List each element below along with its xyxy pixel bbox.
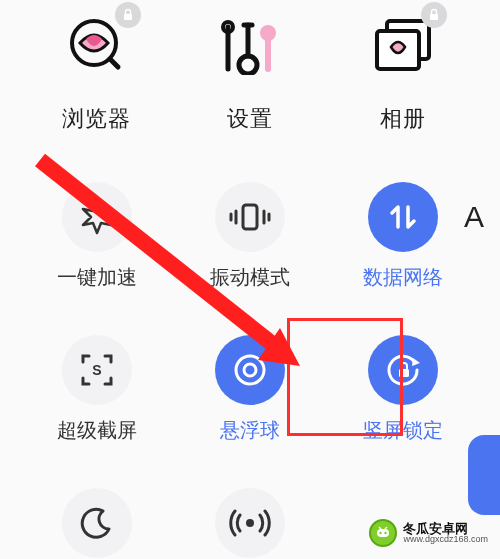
boost-icon [62,182,132,252]
qs-label: 悬浮球 [220,417,280,444]
app-label: 浏览器 [62,104,131,134]
svg-line-25 [385,527,387,529]
watermark: 冬瓜安卓网 www.dgxcdz168.com [369,519,488,547]
svg-rect-11 [430,14,438,20]
mobile-data-icon [368,182,438,252]
svg-marker-16 [412,358,420,366]
app-label: 设置 [227,104,273,134]
watermark-logo-icon [369,519,397,547]
quick-settings-panel: 一键加速 振动模式 数据网络 S 超级截屏 悬浮球 [0,182,500,558]
qs-label: 一键加速 [57,264,137,291]
qs-label: 竖屏锁定 [363,417,443,444]
svg-text:S: S [92,362,101,378]
svg-point-22 [380,532,382,534]
qs-label: 超级截屏 [57,417,137,444]
app-label: 相册 [380,104,426,134]
hotspot-icon [215,488,285,558]
gallery-icon [367,10,439,82]
svg-point-14 [236,356,264,384]
float-ball-icon [215,335,285,405]
rotation-lock-icon [368,335,438,405]
app-browser[interactable]: 浏览器 [27,10,167,134]
lock-badge-icon [115,2,141,28]
svg-rect-1 [124,14,132,20]
qs-hotspot[interactable] [180,488,320,558]
svg-rect-21 [377,529,389,537]
svg-rect-17 [399,369,409,377]
screenshot-icon: S [62,335,132,405]
side-handle[interactable] [468,435,500,515]
app-settings[interactable]: 设置 [180,10,320,134]
moon-icon [62,488,132,558]
vibrate-icon [215,182,285,252]
svg-point-18 [246,519,254,527]
svg-rect-12 [243,205,257,229]
app-gallery[interactable]: 相册 [333,10,473,134]
qs-mobile-data[interactable]: 数据网络 [333,182,473,291]
svg-line-24 [379,527,381,529]
settings-icon [214,10,286,82]
lock-badge-icon [421,2,447,28]
qs-boost[interactable]: 一键加速 [27,182,167,291]
app-row: 浏览器 设置 相册 [0,10,500,134]
alpha-index-letter[interactable]: A [464,200,484,234]
qs-float-ball[interactable]: 悬浮球 [180,335,320,444]
qs-row: S 超级截屏 悬浮球 竖屏锁定 [0,335,500,444]
qs-label: 振动模式 [210,264,290,291]
qs-vibrate[interactable]: 振动模式 [180,182,320,291]
svg-point-8 [260,25,276,41]
svg-point-15 [244,364,256,376]
svg-point-23 [385,532,387,534]
qs-rotation-lock[interactable]: 竖屏锁定 [333,335,473,444]
qs-night-mode[interactable] [27,488,167,558]
browser-icon [61,10,133,82]
qs-row: 一键加速 振动模式 数据网络 [0,182,500,291]
watermark-url: www.dgxcdz168.com [403,535,488,544]
qs-label: 数据网络 [363,264,443,291]
qs-screenshot[interactable]: S 超级截屏 [27,335,167,444]
svg-point-4 [239,56,257,74]
